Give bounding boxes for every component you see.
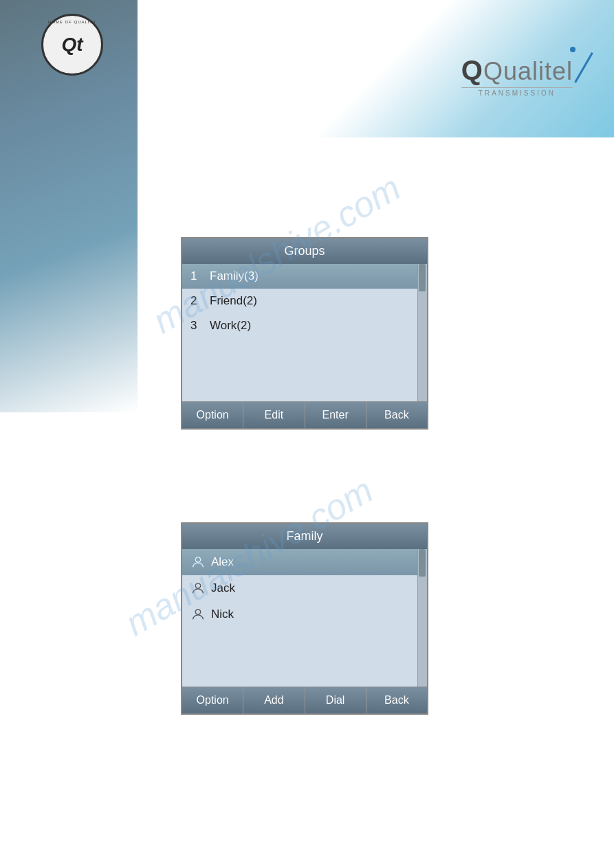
header: HOME OF QUALITY Qt QQualitel TRANSMISSIO… bbox=[0, 0, 614, 137]
family-screen: Family Alex bbox=[181, 522, 428, 715]
list-item[interactable]: Alex bbox=[182, 549, 417, 575]
qualitel-brand-name: QQualitel bbox=[461, 57, 573, 85]
item-label: Friend(2) bbox=[210, 294, 257, 308]
scroll-thumb bbox=[419, 264, 426, 291]
item-label: Work(2) bbox=[210, 319, 251, 333]
list-item[interactable]: 2 Friend(2) bbox=[182, 289, 417, 313]
option-button[interactable]: Option bbox=[182, 402, 243, 428]
list-item[interactable]: 1 Family(3) bbox=[182, 264, 417, 289]
option-button[interactable]: Option bbox=[182, 687, 243, 713]
list-item[interactable]: Nick bbox=[182, 601, 417, 627]
qualitel-dot-decoration bbox=[570, 47, 575, 52]
list-item[interactable]: 3 Work(2) bbox=[182, 313, 417, 338]
person-icon bbox=[190, 581, 206, 596]
list-item[interactable]: Jack bbox=[182, 575, 417, 601]
qualitel-line-decoration bbox=[574, 52, 593, 83]
item-label: Family(3) bbox=[210, 269, 259, 283]
qualitel-transmission-text: TRANSMISSION bbox=[461, 87, 573, 97]
item-label: Jack bbox=[211, 581, 235, 595]
groups-buttons: Option Edit Enter Back bbox=[182, 401, 427, 428]
list-spacer bbox=[182, 627, 417, 682]
svg-point-2 bbox=[195, 610, 200, 614]
groups-phone-screen: Groups 1 Family(3) 2 Friend(2) 3 Work(2) bbox=[181, 237, 428, 430]
groups-title: Groups bbox=[182, 238, 427, 264]
item-number: 1 bbox=[190, 269, 204, 283]
family-list-content: Alex Jack bbox=[182, 549, 417, 682]
enter-button[interactable]: Enter bbox=[305, 402, 366, 428]
family-buttons: Option Add Dial Back bbox=[182, 687, 427, 713]
scroll-track[interactable] bbox=[417, 264, 427, 401]
qualitel-logo: QQualitel TRANSMISSION bbox=[461, 55, 573, 97]
groups-screen: Groups 1 Family(3) 2 Friend(2) 3 Work(2) bbox=[181, 237, 428, 430]
dial-button[interactable]: Dial bbox=[305, 687, 366, 713]
back-button[interactable]: Back bbox=[366, 402, 427, 428]
svg-point-1 bbox=[195, 583, 200, 588]
groups-list-content: 1 Family(3) 2 Friend(2) 3 Work(2) bbox=[182, 264, 417, 393]
item-label: Alex bbox=[211, 555, 234, 569]
family-phone-screen: Family Alex bbox=[181, 522, 428, 715]
svg-point-0 bbox=[195, 557, 200, 562]
family-list: Alex Jack bbox=[182, 549, 427, 687]
family-title: Family bbox=[182, 524, 427, 549]
qt-text: Qt bbox=[61, 34, 83, 56]
scroll-track[interactable] bbox=[417, 549, 427, 687]
qt-logo: HOME OF QUALITY Qt bbox=[41, 14, 103, 76]
scroll-thumb bbox=[419, 549, 426, 577]
qt-arc-text: HOME OF QUALITY bbox=[48, 20, 96, 24]
back-button[interactable]: Back bbox=[366, 687, 427, 713]
list-spacer bbox=[182, 338, 417, 393]
add-button[interactable]: Add bbox=[243, 687, 305, 713]
edit-button[interactable]: Edit bbox=[243, 402, 305, 428]
person-icon bbox=[190, 555, 206, 570]
groups-list: 1 Family(3) 2 Friend(2) 3 Work(2) bbox=[182, 264, 427, 401]
person-icon bbox=[190, 607, 206, 622]
item-number: 3 bbox=[190, 319, 204, 333]
item-number: 2 bbox=[190, 294, 204, 308]
item-label: Nick bbox=[211, 608, 234, 621]
